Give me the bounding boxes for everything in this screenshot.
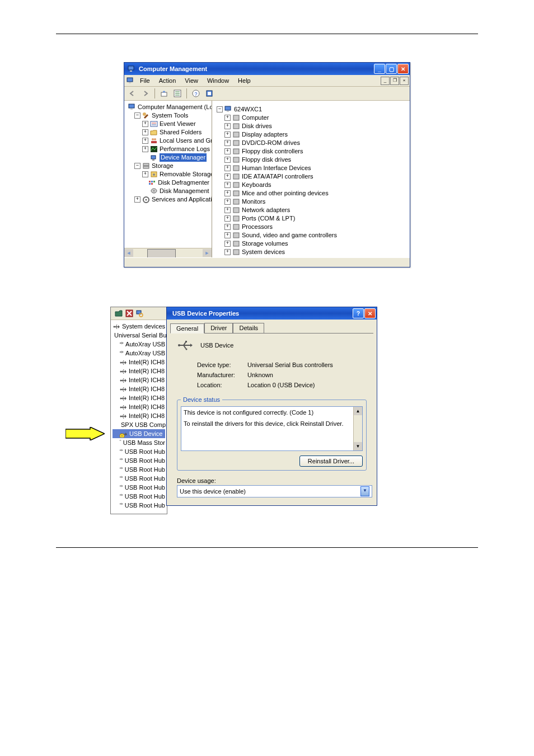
expand-icon[interactable]: + xyxy=(224,140,231,146)
category-label[interactable]: System devices xyxy=(242,248,285,256)
device-category[interactable]: +Network adapters xyxy=(217,206,405,214)
toolbar-help-button[interactable]: ? xyxy=(190,88,202,99)
usb-tree-label[interactable]: USB Root Hub xyxy=(125,447,165,456)
close-button[interactable]: ✕ xyxy=(364,308,376,318)
collapse-icon[interactable]: − xyxy=(217,106,223,112)
tree-shared-folders[interactable]: Shared Folders xyxy=(160,128,202,137)
usb-tree-label[interactable]: USB Root Hub xyxy=(125,483,165,492)
usb-tree-item[interactable]: USB Root Hub xyxy=(113,465,165,474)
scroll-right-icon[interactable]: ► xyxy=(203,249,212,257)
expand-icon[interactable]: + xyxy=(224,190,231,196)
tree-perf-logs[interactable]: Performance Logs and Alerts xyxy=(160,145,212,153)
usb-tree-label[interactable]: Intel(R) ICH8 xyxy=(129,402,165,411)
usb-tree-label[interactable]: AutoXray USB xyxy=(125,349,165,358)
tree-disk-mgmt[interactable]: Disk Management xyxy=(160,187,209,195)
device-usage-combo[interactable]: Use this device (enable) ▼ xyxy=(177,485,372,497)
expand-icon[interactable]: + xyxy=(224,215,231,222)
toolbar-properties-button[interactable] xyxy=(172,88,183,99)
mdi-close-button[interactable]: × xyxy=(400,77,409,85)
category-label[interactable]: Mice and other pointing devices xyxy=(242,189,329,198)
device-category[interactable]: +Mice and other pointing devices xyxy=(217,189,405,198)
expand-icon[interactable]: + xyxy=(142,121,148,127)
scroll-down-icon[interactable]: ▼ xyxy=(354,442,362,450)
menu-view[interactable]: View xyxy=(180,76,203,85)
expand-icon[interactable]: + xyxy=(224,232,231,238)
usb-tree-label[interactable]: System devices xyxy=(122,322,165,331)
action-icon[interactable] xyxy=(114,309,123,317)
menu-file[interactable]: File xyxy=(135,76,154,85)
usb-tree-label[interactable]: USB Root Hub xyxy=(125,501,165,510)
reinstall-driver-button[interactable]: Reinstall Driver... xyxy=(299,456,363,467)
expand-icon[interactable]: + xyxy=(224,165,231,171)
menu-help[interactable]: Help xyxy=(233,76,255,85)
usb-tree-label[interactable]: Intel(R) ICH8 xyxy=(129,358,165,367)
category-label[interactable]: Human Interface Devices xyxy=(242,164,311,172)
device-category[interactable]: +Ports (COM & LPT) xyxy=(217,214,405,223)
usb-tree-item[interactable]: !USB Device xyxy=(113,429,165,438)
usb-tree-item[interactable]: USB Root Hub xyxy=(113,456,165,465)
tree-local-users[interactable]: Local Users and Groups xyxy=(160,137,212,145)
collapse-icon[interactable]: − xyxy=(134,112,140,119)
device-tree[interactable]: −624WXC1 +Computer+Disk drives+Display a… xyxy=(214,103,407,257)
tab-general[interactable]: General xyxy=(170,323,204,334)
usb-tree-label[interactable]: USB Mass Stor xyxy=(123,438,165,447)
device-category[interactable]: +Display adapters xyxy=(217,130,405,139)
expand-icon[interactable]: + xyxy=(224,182,231,188)
device-category[interactable]: +Floppy disk drives xyxy=(217,156,405,164)
usb-tree-item[interactable]: AutoXray USB xyxy=(113,340,165,349)
scroll-up-icon[interactable]: ▲ xyxy=(354,407,362,415)
usb-tree-label[interactable]: Intel(R) ICH8 xyxy=(129,367,165,375)
usb-tree-label[interactable]: Intel(R) ICH8 xyxy=(129,384,165,393)
tree-event-viewer[interactable]: Event Viewer xyxy=(160,120,196,128)
usb-tree-item[interactable]: Intel(R) ICH8 xyxy=(113,375,165,384)
device-category[interactable]: +Disk drives xyxy=(217,122,405,130)
toolbar-up-button[interactable] xyxy=(158,88,170,99)
usb-tree-label[interactable]: Universal Serial Bu xyxy=(114,331,167,340)
usb-tree-item[interactable]: Intel(R) ICH8 xyxy=(113,384,165,393)
usb-tree-label[interactable]: Intel(R) ICH8 xyxy=(129,411,165,420)
menu-action[interactable]: Action xyxy=(154,76,181,85)
category-label[interactable]: IDE ATA/ATAPI controllers xyxy=(242,172,313,181)
uninstall-icon[interactable] xyxy=(125,309,133,317)
close-button[interactable]: ✕ xyxy=(397,64,409,74)
usb-tree-item[interactable]: USB Root Hub xyxy=(113,447,165,456)
expand-icon[interactable]: + xyxy=(142,146,148,152)
tree-root[interactable]: Computer Management (Local) xyxy=(138,103,212,111)
category-label[interactable]: Ports (COM & LPT) xyxy=(242,214,295,223)
nav-back-button[interactable] xyxy=(127,88,138,99)
usb-tree-item[interactable]: Intel(R) ICH8 xyxy=(113,393,165,402)
usb-tree-item[interactable]: Universal Serial Bu xyxy=(113,331,165,340)
category-label[interactable]: DVD/CD-ROM drives xyxy=(242,139,300,147)
usb-tree-item[interactable]: Intel(R) ICH8 xyxy=(113,358,165,367)
mdi-minimize-button[interactable]: _ xyxy=(381,77,390,85)
usb-tree-item[interactable]: USB Root Hub xyxy=(113,483,165,492)
status-scrollbar[interactable]: ▲ ▼ xyxy=(353,407,362,450)
category-label[interactable]: Processors xyxy=(242,223,273,231)
usb-tree-item[interactable]: USB Root Hub xyxy=(113,492,165,501)
scan-icon[interactable] xyxy=(135,309,143,317)
usb-tree-label[interactable]: USB Root Hub xyxy=(125,492,165,501)
expand-icon[interactable]: + xyxy=(224,173,231,180)
device-category[interactable]: +Human Interface Devices xyxy=(217,164,405,172)
expand-icon[interactable]: + xyxy=(142,138,148,144)
expand-icon[interactable]: + xyxy=(224,148,231,154)
collapse-icon[interactable]: − xyxy=(134,163,140,169)
device-category[interactable]: +Universal Serial Bus controllers xyxy=(217,256,405,257)
expand-icon[interactable]: + xyxy=(224,207,231,213)
device-category[interactable]: +Keyboards xyxy=(217,181,405,189)
expand-icon[interactable]: + xyxy=(134,196,140,203)
device-category[interactable]: +System devices xyxy=(217,248,405,256)
usb-tree-item[interactable]: USB Root Hub xyxy=(113,474,165,483)
category-label[interactable]: Keyboards xyxy=(242,181,271,189)
category-label[interactable]: Universal Serial Bus controllers xyxy=(242,256,327,257)
tree-storage[interactable]: Storage xyxy=(152,162,174,170)
category-label[interactable]: Monitors xyxy=(242,198,265,206)
category-label[interactable]: Computer xyxy=(242,114,269,122)
usb-tree-label[interactable]: USB Root Hub xyxy=(125,456,165,465)
device-category[interactable]: +IDE ATA/ATAPI controllers xyxy=(217,172,405,181)
category-label[interactable]: Disk drives xyxy=(242,122,272,130)
usb-tree-label[interactable]: AutoXray USB xyxy=(125,340,165,349)
expand-icon[interactable]: + xyxy=(142,129,148,135)
mdi-restore-button[interactable]: ❐ xyxy=(390,77,399,85)
tree-device-manager[interactable]: Device Manager xyxy=(160,153,207,162)
